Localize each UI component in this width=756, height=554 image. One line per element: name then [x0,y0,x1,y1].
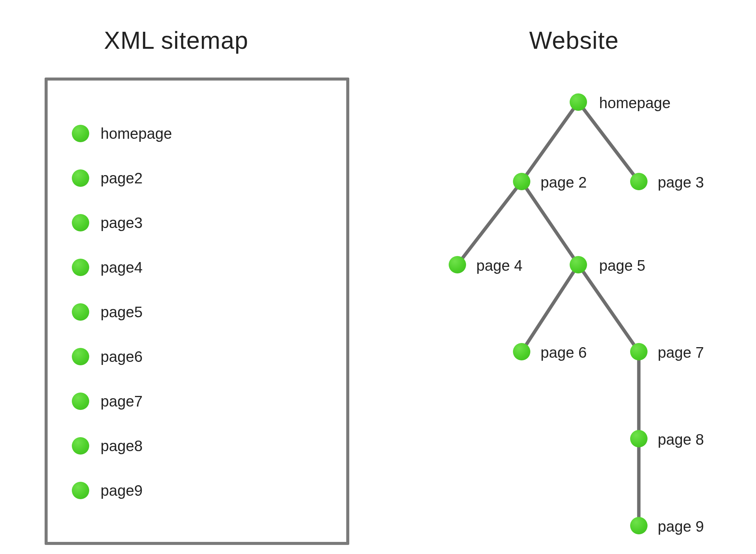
svg-line-4 [522,265,578,352]
sitemap-item-label: page2 [101,170,143,187]
sitemap-item-label: page3 [101,214,143,231]
sitemap-item-label: page6 [101,348,143,365]
tree-edges [389,76,752,548]
tree-node-label: page 4 [476,257,522,274]
sitemap-item-page9: page9 [72,482,143,499]
page-dot-icon [72,437,89,455]
svg-line-0 [522,102,578,182]
svg-line-5 [578,265,639,352]
svg-line-1 [578,102,639,182]
page-dot-icon [72,169,89,187]
page-dot-icon [72,125,89,142]
tree-node-label: page 8 [658,431,704,448]
page-dot-icon [72,393,89,410]
tree-node-label: page 3 [658,174,704,191]
page-dot-icon [630,173,648,190]
page-dot-icon [72,214,89,231]
sitemap-item-label: page8 [101,438,143,455]
website-title: Website [529,26,619,54]
tree-node-label: page 9 [658,518,704,535]
page-dot-icon [449,256,466,273]
tree-node-label: page 2 [541,174,587,191]
sitemap-item-label: page9 [101,482,143,499]
page-dot-icon [630,343,648,360]
page-dot-icon [72,303,89,321]
svg-line-3 [522,182,578,265]
sitemap-item-label: page4 [101,259,143,276]
tree-node-label: page 5 [599,257,645,274]
sitemap-item-page2: page2 [72,169,143,187]
sitemap-item-page5: page5 [72,303,143,321]
sitemap-item-label: page5 [101,304,143,321]
sitemap-title: XML sitemap [104,26,248,54]
sitemap-item-page3: page3 [72,214,143,231]
page-dot-icon [630,430,648,447]
sitemap-item-page4: page4 [72,259,143,276]
sitemap-item-page6: page6 [72,348,143,365]
sitemap-item-label: homepage [101,125,172,142]
page-dot-icon [570,256,587,273]
sitemap-item-homepage: homepage [72,125,172,142]
tree-node-label: page 6 [541,344,587,361]
tree-node-label: homepage [599,95,671,112]
tree-node-label: page 7 [658,344,704,361]
page-dot-icon [72,482,89,499]
page-dot-icon [513,173,530,190]
sitemap-item-page7: page7 [72,393,143,410]
page-dot-icon [72,259,89,276]
sitemap-item-page8: page8 [72,437,143,455]
page-dot-icon [72,348,89,365]
page-dot-icon [570,93,587,111]
sitemap-item-label: page7 [101,393,143,410]
website-tree: homepage page 2 page 3 page 4 page 5 pag… [389,76,752,548]
page-dot-icon [630,517,648,534]
page-dot-icon [513,343,530,360]
svg-line-2 [457,182,522,265]
